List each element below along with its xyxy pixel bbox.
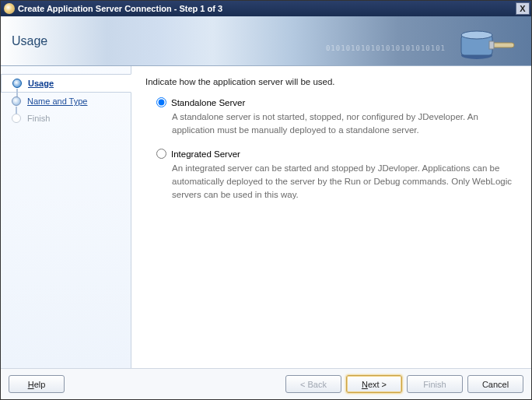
server-art-icon [455, 23, 517, 61]
step-label: Name and Type [27, 96, 87, 106]
dialog-window: Create Application Server Connection - S… [0, 0, 532, 400]
next-label: Next > [362, 380, 387, 389]
radio-integrated[interactable] [156, 149, 166, 159]
dialog-body: Usage Name and Type Finish Indicate how … [1, 66, 531, 368]
option-standalone: Standalone Server A standalone server is… [156, 97, 517, 136]
banner-binary-text: 010101010101010101010101 [326, 44, 446, 52]
step-label: Finish [27, 114, 50, 123]
app-icon [4, 3, 15, 14]
option-integrated: Integrated Server An integrated server c… [156, 149, 517, 201]
cancel-button[interactable]: Cancel [467, 375, 523, 393]
radio-standalone[interactable] [156, 97, 166, 107]
back-button: < Back [285, 375, 341, 393]
close-icon: X [520, 4, 525, 13]
finish-label: Finish [423, 380, 446, 389]
back-label: < Back [300, 380, 327, 389]
titlebar: Create Application Server Connection - S… [1, 1, 531, 16]
page-heading: Usage [12, 34, 47, 48]
cancel-label: Cancel [482, 380, 509, 389]
window-title: Create Application Server Connection - S… [18, 4, 516, 13]
option-standalone-row[interactable]: Standalone Server [156, 97, 517, 107]
step-node-icon [12, 79, 22, 88]
step-label: Usage [28, 79, 54, 88]
option-desc: An integrated server can be started and … [172, 162, 517, 201]
wizard-steps: Usage Name and Type Finish [1, 66, 131, 368]
content-pane: Indicate how the application server will… [131, 66, 531, 368]
svg-rect-4 [489, 41, 494, 49]
option-label: Integrated Server [171, 149, 240, 159]
option-integrated-row[interactable]: Integrated Server [156, 149, 517, 159]
option-desc: A standalone server is not started, stop… [172, 111, 517, 136]
svg-point-2 [461, 31, 492, 39]
next-button[interactable]: Next > [346, 375, 402, 393]
help-button[interactable]: Help [9, 375, 65, 393]
banner: Usage 010101010101010101010101 [1, 16, 531, 66]
step-node-icon [12, 114, 21, 123]
close-button[interactable]: X [516, 2, 530, 15]
finish-button: Finish [407, 375, 463, 393]
footer: Help < Back Next > Finish Cancel [1, 368, 531, 399]
step-usage[interactable]: Usage [1, 74, 131, 93]
step-node-icon [12, 96, 21, 106]
step-name-and-type[interactable]: Name and Type [1, 93, 131, 110]
step-finish: Finish [1, 110, 131, 127]
prompt-text: Indicate how the application server will… [145, 77, 517, 86]
help-label: Help [28, 380, 46, 389]
option-label: Standalone Server [171, 98, 245, 107]
